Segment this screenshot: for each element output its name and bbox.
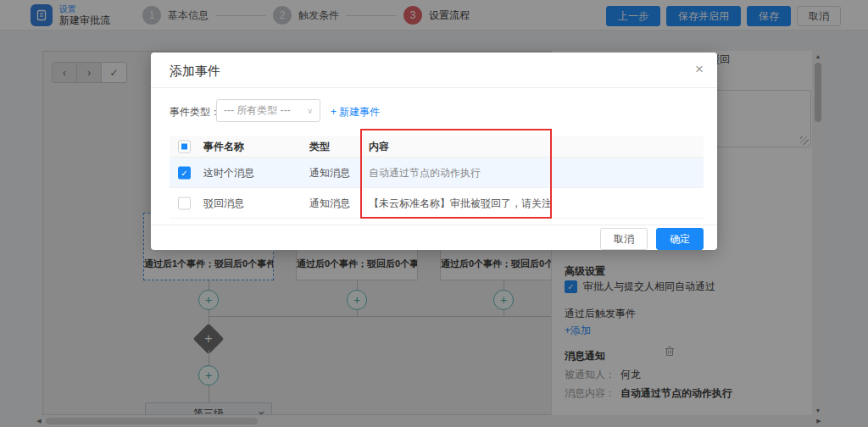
col-event-name: 事件名称 (203, 139, 244, 153)
chevron-down-icon: ∨ (307, 107, 313, 115)
new-event-link[interactable]: + 新建事件 (331, 105, 380, 119)
cell-content: 自动通过节点的动作执行 (369, 165, 481, 180)
add-event-modal: 添加事件 × 事件类型： --- 所有类型 --- ∨ + 新建事件 事件名称 … (151, 53, 717, 250)
cell-type: 通知消息 (309, 196, 350, 210)
event-type-label: 事件类型： (170, 105, 220, 119)
row-checkbox[interactable]: ✓ (178, 166, 191, 179)
divider (151, 87, 717, 88)
check-icon: ✓ (181, 168, 187, 177)
event-type-select[interactable]: --- 所有类型 --- ∨ (216, 99, 320, 122)
modal-footer: 取消 确定 (600, 228, 704, 250)
event-table: 事件名称 类型 内容 ✓ 这时个消息 通知消息 自动通过节点的动作执行 驳回消息… (170, 136, 704, 219)
cell-type: 通知消息 (309, 165, 350, 180)
modal-title: 添加事件 (170, 64, 220, 80)
table-row[interactable]: 驳回消息 通知消息 【未云标准名称】审批被驳回了，请关注 (170, 188, 704, 219)
close-icon[interactable]: × (695, 61, 704, 78)
cell-event-name: 这时个消息 (203, 165, 254, 180)
table-row[interactable]: ✓ 这时个消息 通知消息 自动通过节点的动作执行 (170, 158, 704, 188)
cell-event-name: 驳回消息 (203, 196, 244, 210)
col-type: 类型 (309, 139, 330, 153)
row-checkbox[interactable] (178, 197, 191, 209)
cell-content: 【未云标准名称】审批被驳回了，请关注 (369, 196, 552, 210)
table-header-row: 事件名称 类型 内容 (170, 136, 704, 158)
event-type-value: --- 所有类型 --- (224, 103, 307, 118)
col-content: 内容 (369, 139, 389, 153)
divider (151, 225, 717, 225)
modal-ok-button[interactable]: 确定 (656, 228, 704, 250)
modal-cancel-button[interactable]: 取消 (600, 228, 648, 250)
select-all-checkbox[interactable] (178, 140, 191, 152)
